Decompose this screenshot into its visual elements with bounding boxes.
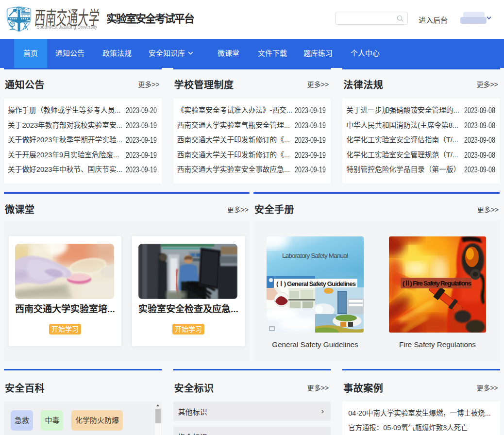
svg-text:(Ⅱ) Fire Safety Regulations: (Ⅱ) Fire Safety Regulations	[403, 280, 471, 287]
svg-text:Laboratory Safety Manual: Laboratory Safety Manual	[282, 252, 348, 259]
svg-text:(Ⅰ) General Safety Guidelines: (Ⅰ) General Safety Guidelines	[276, 280, 356, 287]
